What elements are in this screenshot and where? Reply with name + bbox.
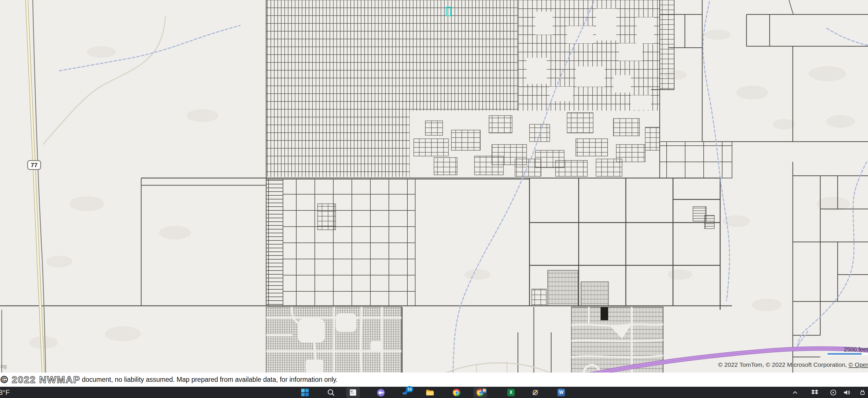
folder-icon	[426, 389, 434, 396]
excel-button[interactable]: X	[505, 387, 517, 398]
parcel-block-middle-left	[266, 179, 415, 306]
attribution-openstreetmap-link[interactable]: © OpenSt	[848, 361, 868, 368]
dropbox-tray-icon[interactable]	[809, 387, 820, 398]
unread-count-badge: 15	[406, 386, 413, 392]
scale-bar	[828, 353, 862, 355]
scale-label: 2500 feet	[822, 346, 868, 353]
desktop-screenshot: 77 ng 2500 feet © 2022 TomTom, © 2022 Mi…	[0, 0, 868, 398]
start-button[interactable]	[299, 387, 311, 398]
search-button[interactable]	[324, 387, 337, 398]
speaker-icon	[843, 389, 851, 396]
chevron-up-icon	[793, 391, 797, 394]
video-call-app-button[interactable]	[374, 387, 387, 398]
task-view-window-button[interactable]	[347, 387, 359, 398]
attribution-text: © 2022 TomTom, © 2022 Microsoft Corporat…	[718, 361, 848, 368]
map-attribution: © 2022 TomTom, © 2022 Microsoft Corporat…	[718, 361, 868, 368]
map-label-fragment: ng	[1, 363, 7, 369]
highlighted-parcel-marker[interactable]	[446, 7, 451, 16]
gold-circle-pencil-icon	[531, 389, 539, 396]
search-icon	[327, 389, 335, 396]
word-button[interactable]: W	[555, 387, 568, 398]
filled-black-block	[601, 307, 608, 320]
mail-app-button[interactable]: 15	[399, 387, 412, 398]
status-circle-tray-icon[interactable]	[828, 387, 839, 398]
map-canvas[interactable]	[0, 0, 868, 387]
excel-letter: X	[509, 390, 513, 395]
profile-avatar	[482, 388, 487, 394]
video-camera-icon	[377, 389, 385, 397]
weather-widget[interactable]: 8°F	[0, 389, 10, 397]
chrome-button[interactable]	[450, 387, 463, 398]
route-shield-label: 77	[31, 162, 37, 168]
hidden-icons-chevron[interactable]	[789, 387, 801, 398]
disclaimer-band: document, no liability assumed. Map prep…	[0, 372, 868, 387]
plug-icon	[859, 389, 865, 396]
word-letter: W	[559, 390, 563, 395]
chrome-profile-button[interactable]	[474, 387, 487, 398]
subdivision-bottom-left	[266, 307, 402, 373]
disclaimer-text: document, no liability assumed. Map prep…	[82, 372, 338, 387]
window-icon	[349, 389, 357, 396]
chrome-icon	[453, 389, 460, 396]
windows-logo-icon	[301, 389, 309, 396]
dropbox-icon	[811, 389, 818, 396]
power-plug-tray-icon[interactable]	[857, 387, 868, 398]
volume-tray-icon[interactable]	[841, 387, 853, 398]
word-icon: W	[558, 389, 565, 396]
circle-status-icon	[830, 389, 836, 396]
excel-icon: X	[507, 389, 515, 396]
copyright-watermark: © 2022 NWMAP	[1, 374, 81, 385]
pen-tool-app-button[interactable]	[529, 387, 541, 398]
route-shield-77: 77	[27, 160, 41, 170]
file-explorer-button[interactable]	[424, 387, 436, 398]
